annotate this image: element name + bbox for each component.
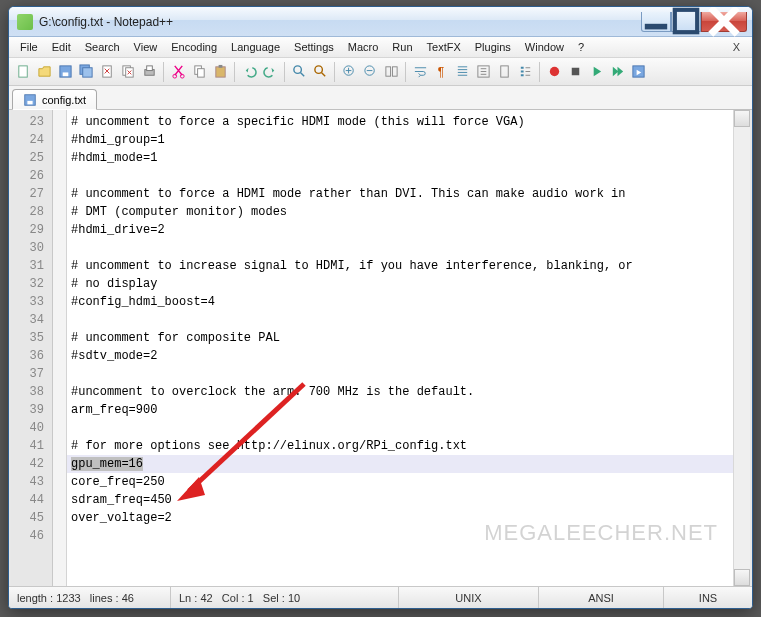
code-line[interactable]: over_voltage=2 xyxy=(67,509,733,527)
svg-rect-23 xyxy=(392,67,397,76)
window-title: G:\config.txt - Notepad++ xyxy=(39,15,641,29)
toolbar-separator xyxy=(334,62,335,82)
svg-rect-0 xyxy=(645,24,667,30)
open-file-icon[interactable] xyxy=(34,62,54,82)
svg-rect-4 xyxy=(62,72,68,76)
copy-icon[interactable] xyxy=(189,62,209,82)
toolbar-separator xyxy=(284,62,285,82)
menu-view[interactable]: View xyxy=(127,39,165,55)
code-line[interactable]: # uncomment to force a specific HDMI mod… xyxy=(67,113,733,131)
code-content[interactable]: # uncomment to force a specific HDMI mod… xyxy=(67,110,733,586)
menu-language[interactable]: Language xyxy=(224,39,287,55)
menu-edit[interactable]: Edit xyxy=(45,39,78,55)
code-line[interactable]: sdram_freq=450 xyxy=(67,491,733,509)
close-button[interactable] xyxy=(701,12,747,32)
file-tab[interactable]: config.txt xyxy=(12,89,97,110)
menubar-close-x[interactable]: X xyxy=(725,39,748,55)
vertical-scrollbar[interactable] xyxy=(733,110,750,586)
status-bar: length : 1233 lines : 46 Ln : 42 Col : 1… xyxy=(9,586,752,608)
menu-settings[interactable]: Settings xyxy=(287,39,341,55)
status-length: length : 1233 lines : 46 xyxy=(9,587,171,608)
redo-icon[interactable] xyxy=(260,62,280,82)
zoom-out-icon[interactable] xyxy=(360,62,380,82)
code-line[interactable] xyxy=(67,527,733,545)
code-line[interactable]: # uncomment to force a HDMI mode rather … xyxy=(67,185,733,203)
menu-file[interactable]: File xyxy=(13,39,45,55)
record-macro-icon[interactable] xyxy=(544,62,564,82)
svg-rect-22 xyxy=(385,67,390,76)
menu-encoding[interactable]: Encoding xyxy=(164,39,224,55)
app-window: G:\config.txt - Notepad++ File Edit Sear… xyxy=(8,6,753,609)
wordwrap-icon[interactable] xyxy=(410,62,430,82)
code-line[interactable]: # DMT (computer monitor) modes xyxy=(67,203,733,221)
replace-icon[interactable] xyxy=(310,62,330,82)
maximize-button[interactable] xyxy=(671,12,701,32)
code-line[interactable]: #sdtv_mode=2 xyxy=(67,347,733,365)
zoom-in-icon[interactable] xyxy=(339,62,359,82)
code-line[interactable] xyxy=(67,365,733,383)
fold-margin xyxy=(53,110,67,586)
code-line[interactable]: gpu_mem=16 xyxy=(67,455,733,473)
code-line[interactable] xyxy=(67,239,733,257)
play-multi-icon[interactable] xyxy=(607,62,627,82)
status-eol: UNIX xyxy=(399,587,539,608)
function-list-icon[interactable] xyxy=(515,62,535,82)
undo-icon[interactable] xyxy=(239,62,259,82)
save-macro-icon[interactable] xyxy=(628,62,648,82)
code-line[interactable]: arm_freq=900 xyxy=(67,401,733,419)
toolbar-separator xyxy=(163,62,164,82)
indent-guide-icon[interactable] xyxy=(452,62,472,82)
show-all-chars-icon[interactable]: ¶ xyxy=(431,62,451,82)
toolbar-separator xyxy=(405,62,406,82)
paste-icon[interactable] xyxy=(210,62,230,82)
svg-rect-15 xyxy=(197,69,204,77)
svg-rect-17 xyxy=(218,65,222,68)
svg-rect-11 xyxy=(146,66,152,71)
user-lang-icon[interactable] xyxy=(473,62,493,82)
svg-point-26 xyxy=(549,67,558,76)
print-icon[interactable] xyxy=(139,62,159,82)
menu-help[interactable]: ? xyxy=(571,39,591,55)
svg-rect-25 xyxy=(500,66,508,77)
code-line[interactable] xyxy=(67,419,733,437)
title-bar[interactable]: G:\config.txt - Notepad++ xyxy=(9,7,752,37)
code-line[interactable]: # no display xyxy=(67,275,733,293)
menu-textfx[interactable]: TextFX xyxy=(420,39,468,55)
code-line[interactable]: #hdmi_mode=1 xyxy=(67,149,733,167)
code-line[interactable] xyxy=(67,167,733,185)
close-file-icon[interactable] xyxy=(97,62,117,82)
code-line[interactable]: #uncomment to overclock the arm. 700 MHz… xyxy=(67,383,733,401)
tab-strip: config.txt xyxy=(9,86,752,110)
save-icon[interactable] xyxy=(55,62,75,82)
new-file-icon[interactable] xyxy=(13,62,33,82)
code-line[interactable] xyxy=(67,311,733,329)
sync-scroll-icon[interactable] xyxy=(381,62,401,82)
toolbar-separator xyxy=(234,62,235,82)
svg-rect-27 xyxy=(571,68,579,76)
close-all-icon[interactable] xyxy=(118,62,138,82)
code-line[interactable]: core_freq=250 xyxy=(67,473,733,491)
code-line[interactable]: #config_hdmi_boost=4 xyxy=(67,293,733,311)
code-line[interactable]: #hdmi_group=1 xyxy=(67,131,733,149)
menu-search[interactable]: Search xyxy=(78,39,127,55)
svg-rect-16 xyxy=(215,67,224,77)
minimize-button[interactable] xyxy=(641,12,671,32)
code-line[interactable]: # for more options see http://elinux.org… xyxy=(67,437,733,455)
menu-run[interactable]: Run xyxy=(385,39,419,55)
cut-icon[interactable] xyxy=(168,62,188,82)
editor-area: 2324252627282930313233343536373839404142… xyxy=(9,110,752,586)
svg-rect-6 xyxy=(82,68,91,77)
save-all-icon[interactable] xyxy=(76,62,96,82)
doc-map-icon[interactable] xyxy=(494,62,514,82)
play-macro-icon[interactable] xyxy=(586,62,606,82)
stop-macro-icon[interactable] xyxy=(565,62,585,82)
menu-macro[interactable]: Macro xyxy=(341,39,386,55)
code-line[interactable]: # uncomment for composite PAL xyxy=(67,329,733,347)
code-line[interactable]: #hdmi_drive=2 xyxy=(67,221,733,239)
find-icon[interactable] xyxy=(289,62,309,82)
menu-window[interactable]: Window xyxy=(518,39,571,55)
toolbar: ¶ xyxy=(9,58,752,86)
menu-plugins[interactable]: Plugins xyxy=(468,39,518,55)
code-line[interactable]: # uncomment to increase signal to HDMI, … xyxy=(67,257,733,275)
window-controls xyxy=(641,12,747,32)
